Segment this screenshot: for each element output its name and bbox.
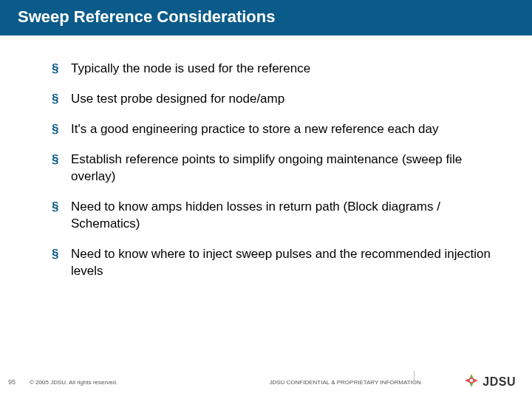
footer-separator (414, 371, 415, 384)
logo-text: JDSU (482, 375, 516, 389)
bullet-item: Typically the node is used for the refer… (52, 61, 502, 78)
bullet-item: It's a good engineering practice to stor… (52, 121, 502, 138)
svg-point-0 (470, 379, 473, 382)
bullet-item: Need to know amps hidden losses in retur… (52, 199, 502, 233)
bullet-item: Establish reference points to simplify o… (52, 151, 502, 185)
confidential-text: JDSU CONFIDENTIAL & PROPRIETARY INFORMAT… (227, 379, 463, 386)
bullet-item: Use test probe designed for node/amp (52, 91, 502, 108)
slide-body: Typically the node is used for the refer… (0, 35, 532, 369)
footer: 95 © 2005 JDSU. All rights reserved. JDS… (0, 369, 532, 399)
slide-title: Sweep Reference Considerations (18, 7, 275, 26)
title-bar: Sweep Reference Considerations (0, 0, 532, 35)
copyright-text: © 2005 JDSU. All rights reserved. (24, 379, 227, 386)
slide: Sweep Reference Considerations Typically… (0, 0, 532, 399)
logo-icon (463, 372, 480, 392)
page-number: 95 (0, 378, 24, 386)
bullet-list: Typically the node is used for the refer… (52, 61, 502, 279)
logo: JDSU (463, 372, 520, 392)
bullet-item: Need to know where to inject sweep pulse… (52, 246, 502, 280)
